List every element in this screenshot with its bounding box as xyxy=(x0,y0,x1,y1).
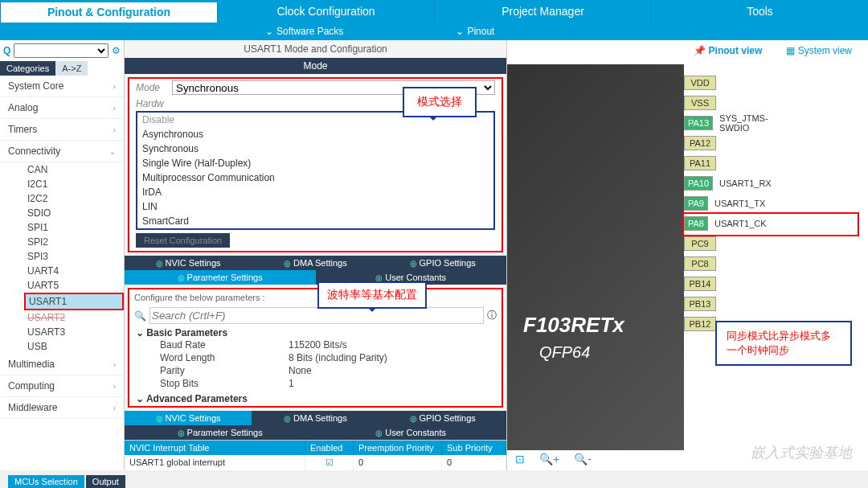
bottom-tab-output[interactable]: Output xyxy=(86,475,125,488)
item-usb[interactable]: USB xyxy=(24,339,124,354)
opt-sync[interactable]: Synchronous xyxy=(137,141,493,156)
chip-body[interactable]: F103RETx QFP64 xyxy=(507,64,684,450)
nvic-row-enabled[interactable]: ☑ xyxy=(305,455,354,470)
item-spi1[interactable]: SPI1 xyxy=(24,220,124,235)
search-select[interactable] xyxy=(14,43,108,58)
item-uart5[interactable]: UART5 xyxy=(24,278,124,293)
grp-advanced[interactable]: ⌄ Advanced Parameters xyxy=(136,393,495,404)
opt-async[interactable]: Asynchronous xyxy=(137,127,493,141)
pin-pa9[interactable]: PA9USART1_TX xyxy=(684,193,764,213)
opt-lin[interactable]: LIN xyxy=(137,199,493,214)
nvic-row-name: USART1 global interrupt xyxy=(125,455,305,470)
pin-pb13[interactable]: PB13 xyxy=(684,293,764,314)
chip-name: F103RETx xyxy=(523,313,624,338)
tab-pinout-config[interactable]: Pinout & Configuration xyxy=(0,0,217,23)
pin-vss[interactable]: VSS xyxy=(684,92,764,113)
pin-func: USART1_RX xyxy=(713,178,772,188)
item-spi2[interactable]: SPI2 xyxy=(24,235,124,249)
view-pinout[interactable]: 📌 Pinout view xyxy=(694,45,762,56)
sidebar-tab-categories[interactable]: Categories xyxy=(0,61,55,76)
pin-label: PA11 xyxy=(684,156,716,170)
cat-multimedia[interactable]: Multimedia› xyxy=(0,354,124,375)
cat-timers[interactable]: Timers› xyxy=(0,119,124,141)
info-icon[interactable]: ⓘ xyxy=(487,309,497,322)
tab-tools[interactable]: Tools xyxy=(651,0,868,23)
mode-header: Mode xyxy=(125,58,506,74)
opt-irda[interactable]: IrDA xyxy=(137,185,493,199)
item-i2c2[interactable]: I2C2 xyxy=(24,191,124,206)
tab-project-manager[interactable]: Project Manager xyxy=(434,0,651,23)
zoom-in-icon[interactable]: 🔍+ xyxy=(539,453,559,465)
bottom-tab-mcus[interactable]: MCUs Selection xyxy=(8,475,84,488)
cat-analog[interactable]: Analog› xyxy=(0,97,124,119)
param-header: Configure the below parameters : xyxy=(129,289,502,306)
pin-label: PC8 xyxy=(684,256,716,271)
tab-param[interactable]: Parameter Settings xyxy=(125,270,316,285)
pin-vdd[interactable]: VDD xyxy=(684,72,764,92)
grp-basic[interactable]: ⌄ Basic Parameters xyxy=(136,327,495,338)
item-spi3[interactable]: SPI3 xyxy=(24,249,124,264)
tab-gpio[interactable]: GPIO Settings xyxy=(379,256,506,270)
item-usart3[interactable]: USART3 xyxy=(24,325,124,339)
menu-pinout[interactable]: Pinout xyxy=(456,26,494,37)
menu-software-packs[interactable]: Software Packs xyxy=(265,26,343,37)
cat-system-core[interactable]: System Core› xyxy=(0,76,124,97)
tab-dma2[interactable]: DMA Settings xyxy=(252,411,379,425)
callout-sync: 同步模式比异步模式多一个时钟同步 xyxy=(715,321,852,366)
cat-middleware[interactable]: Middleware› xyxy=(0,397,124,419)
pin-label: PA10 xyxy=(684,176,713,191)
pin-pc8[interactable]: PC8 xyxy=(684,253,764,273)
pin-func: USART1_TX xyxy=(708,199,765,208)
pin-label: VSS xyxy=(684,96,716,110)
sidebar-tab-az[interactable]: A->Z xyxy=(55,61,88,76)
tab-nvic2[interactable]: NVIC Settings xyxy=(125,411,252,425)
p-baud-v[interactable]: 115200 Bits/s xyxy=(289,339,347,351)
chevron-right-icon: › xyxy=(113,82,116,91)
cat-connectivity[interactable]: Connectivity⌄ xyxy=(0,141,124,162)
zoom-out-icon[interactable]: 🔍- xyxy=(574,453,592,465)
nvic-row-sp[interactable]: 0 xyxy=(442,455,506,470)
pin-label: VDD xyxy=(684,76,716,90)
pinout-panel: 📌 Pinout view ▦ System view F103RETx QFP… xyxy=(506,40,868,470)
tab-nvic[interactable]: NVIC Settings xyxy=(125,256,252,270)
tab-dma[interactable]: DMA Settings xyxy=(252,256,379,270)
item-can[interactable]: CAN xyxy=(24,162,124,177)
item-usart1[interactable]: USART1 xyxy=(24,293,124,310)
p-word-v[interactable]: 8 Bits (including Parity) xyxy=(289,352,387,363)
item-usart2[interactable]: USART2 xyxy=(24,310,124,325)
view-system[interactable]: ▦ System view xyxy=(786,45,852,56)
p-dir-v[interactable]: Receive and Transmit xyxy=(289,405,382,408)
opt-smartcard[interactable]: SmartCard xyxy=(137,214,493,228)
reset-button[interactable]: Reset Configuration xyxy=(136,233,230,248)
tab-gpio2[interactable]: GPIO Settings xyxy=(379,411,506,425)
callout-param: 波特率等基本配置 xyxy=(317,281,427,309)
pin-pa11[interactable]: PA11 xyxy=(684,153,764,173)
gear-icon[interactable]: ⚙ xyxy=(112,45,121,56)
search-icon[interactable]: Q xyxy=(3,45,10,56)
chevron-right-icon: › xyxy=(113,104,116,113)
opt-singlewire[interactable]: Single Wire (Half-Duplex) xyxy=(137,156,493,170)
nvic-row-pp[interactable]: 0 xyxy=(354,455,442,470)
tab-user2[interactable]: User Constants xyxy=(316,425,507,440)
pin-pb14[interactable]: PB14 xyxy=(684,273,764,293)
item-sdio[interactable]: SDIO xyxy=(24,206,124,220)
chevron-down-icon: ⌄ xyxy=(109,147,116,156)
opt-multiproc[interactable]: Multiprocessor Communication xyxy=(137,170,493,185)
mode-label: Mode xyxy=(136,82,172,93)
pin-label: PA12 xyxy=(684,136,716,150)
tab-param2[interactable]: Parameter Settings xyxy=(125,425,316,440)
zoom-fit-icon[interactable]: ⊡ xyxy=(515,453,525,465)
pin-pa13[interactable]: PA13SYS_JTMS-SWDIO xyxy=(684,113,764,133)
p-stop-v[interactable]: 1 xyxy=(289,378,294,389)
item-uart4[interactable]: UART4 xyxy=(24,264,124,278)
tab-clock-config[interactable]: Clock Configuration xyxy=(217,0,434,23)
search-icon[interactable]: 🔍 xyxy=(134,310,146,322)
pin-label: PB14 xyxy=(684,277,716,291)
p-parity-v[interactable]: None xyxy=(289,365,312,376)
pin-pa10[interactable]: PA10USART1_RX xyxy=(684,173,764,193)
param-search[interactable] xyxy=(149,307,484,324)
item-i2c1[interactable]: I2C1 xyxy=(24,177,124,191)
pin-pa12[interactable]: PA12 xyxy=(684,133,764,153)
chevron-right-icon: › xyxy=(113,404,116,412)
cat-computing[interactable]: Computing› xyxy=(0,375,124,397)
